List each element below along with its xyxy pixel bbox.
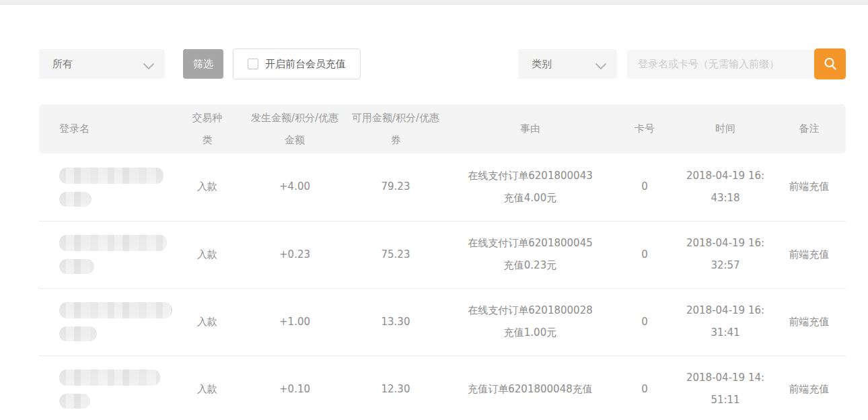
- front-recharge-checkbox-group[interactable]: 开启前台会员充值: [233, 48, 361, 79]
- transaction-type-cell: 入款: [167, 288, 248, 355]
- login-cell: [39, 288, 167, 355]
- masked-login-line1: [59, 302, 172, 318]
- chevron-down-icon: [143, 61, 154, 67]
- column-header-login: 登录名: [39, 104, 167, 153]
- page-content: 所有 筛选 开启前台会员充值 类别: [0, 48, 868, 420]
- time-cell: 2018-04-19 16:32:57: [678, 221, 772, 288]
- category-select[interactable]: 类别: [518, 49, 617, 79]
- note-cell: 前端充值: [772, 288, 846, 355]
- column-header-card-number: 卡号: [611, 104, 678, 153]
- available-cell: 13.30: [342, 288, 449, 355]
- table-row: 入款 +4.00 79.23 在线支付订单6201800043充值4.00元 0…: [39, 153, 846, 221]
- search-input[interactable]: [627, 50, 816, 79]
- amount-cell: +1.00: [248, 288, 342, 355]
- transaction-type-cell: 入款: [167, 355, 248, 420]
- available-cell: 12.30: [342, 355, 449, 420]
- table-body: 入款 +4.00 79.23 在线支付订单6201800043充值4.00元 0…: [39, 153, 846, 420]
- magnifier-icon: [822, 56, 838, 72]
- reason-cell: 在线支付订单6201800045充值0.23元: [449, 221, 611, 288]
- amount-cell: +4.00: [248, 153, 342, 221]
- chevron-down-icon: [595, 61, 606, 67]
- masked-login-line2: [59, 192, 92, 207]
- amount-cell: +0.23: [248, 221, 342, 288]
- note-cell: 前端充值: [772, 221, 846, 288]
- reason-cell: 在线支付订单6201800043充值4.00元: [449, 153, 611, 221]
- transaction-type-select[interactable]: 所有: [39, 49, 165, 79]
- note-cell: 前端充值: [772, 355, 846, 420]
- reason-cell: 充值订单6201800048充值: [449, 355, 611, 420]
- card-number-cell: 0: [611, 355, 678, 420]
- masked-login-line1: [59, 235, 167, 251]
- search-button[interactable]: [814, 48, 846, 79]
- filter-button[interactable]: 筛选: [183, 49, 223, 79]
- column-header-reason: 事由: [449, 104, 611, 153]
- masked-login-line2: [59, 326, 97, 341]
- table-row: 入款 +0.23 75.23 在线支付订单6201800045充值0.23元 0…: [39, 221, 846, 288]
- search-group: [627, 48, 846, 79]
- card-number-cell: 0: [611, 153, 678, 221]
- column-header-time: 时间: [678, 104, 772, 153]
- login-cell: [39, 153, 167, 221]
- time-cell: 2018-04-19 16:31:41: [678, 288, 772, 355]
- table-header-row: 登录名 交易种类 发生金额/积分/优惠金额 可用金额/积分/优惠券 事由 卡号 …: [39, 104, 846, 153]
- category-select-value: 类别: [532, 58, 552, 71]
- column-header-available: 可用金额/积分/优惠券: [342, 104, 449, 153]
- time-cell: 2018-04-19 14:51:11: [678, 355, 772, 420]
- column-header-amount: 发生金额/积分/优惠金额: [248, 104, 342, 153]
- masked-login-line1: [59, 370, 160, 386]
- column-header-transaction-type: 交易种类: [167, 104, 248, 153]
- transaction-type-cell: 入款: [167, 153, 248, 221]
- records-table: 登录名 交易种类 发生金额/积分/优惠金额 可用金额/积分/优惠券 事由 卡号 …: [39, 104, 846, 420]
- amount-cell: +0.10: [248, 355, 342, 420]
- front-recharge-checkbox-label: 开启前台会员充值: [265, 58, 346, 71]
- login-cell: [39, 355, 167, 420]
- masked-login-line2: [59, 394, 90, 409]
- column-header-note: 备注: [772, 104, 846, 153]
- table-row: 入款 +1.00 13.30 在线支付订单6201800028充值1.00元 0…: [39, 288, 846, 355]
- reason-cell: 在线支付订单6201800028充值1.00元: [449, 288, 611, 355]
- toolbar: 所有 筛选 开启前台会员充值 类别: [39, 48, 846, 79]
- note-cell: 前端充值: [772, 153, 846, 221]
- time-cell: 2018-04-19 16:43:18: [678, 153, 772, 221]
- table-row: 入款 +0.10 12.30 充值订单6201800048充值 0 2018-0…: [39, 355, 846, 420]
- masked-login-line2: [59, 259, 94, 274]
- transaction-type-select-value: 所有: [52, 58, 73, 71]
- front-recharge-checkbox[interactable]: [248, 59, 258, 69]
- login-cell: [39, 221, 167, 288]
- card-number-cell: 0: [611, 288, 678, 355]
- transaction-type-cell: 入款: [167, 221, 248, 288]
- available-cell: 79.23: [342, 153, 449, 221]
- masked-login-line1: [59, 168, 164, 184]
- records-table-area: 登录名 交易种类 发生金额/积分/优惠金额 可用金额/积分/优惠券 事由 卡号 …: [39, 104, 846, 420]
- top-divider-bar: [0, 0, 868, 5]
- card-number-cell: 0: [611, 221, 678, 288]
- table-header: 登录名 交易种类 发生金额/积分/优惠金额 可用金额/积分/优惠券 事由 卡号 …: [39, 104, 846, 153]
- available-cell: 75.23: [342, 221, 449, 288]
